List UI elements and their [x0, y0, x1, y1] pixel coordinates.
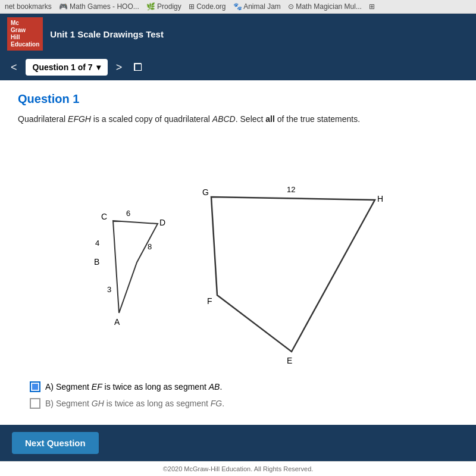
question-selector-label: Question 1 of 7 [33, 62, 93, 72]
top-nav: Mc Graw Hill Education Unit 1 Scale Draw… [0, 14, 476, 54]
label-c: C [101, 212, 107, 221]
label-cd-6: 6 [126, 209, 130, 218]
answer-item-a[interactable]: A) Segment EF is twice as long as segmen… [30, 381, 446, 392]
q-text-efgh: EFGH [68, 114, 91, 124]
q-text-abcd: ABCD [212, 114, 236, 124]
q-text-middle: is a scaled copy of quadrilateral [91, 114, 212, 124]
bookmark-tab-4[interactable]: ⊞ Code.org [189, 2, 226, 11]
q-text-end: . Select [236, 114, 266, 124]
label-e: E [287, 356, 292, 365]
question-nav-bar: < Question 1 of 7 ▾ > ⧠ [0, 54, 476, 80]
geometry-diagram: C D B A 6 4 8 3 G H [65, 137, 411, 364]
svg-rect-0 [32, 384, 38, 390]
checkbox-a-check [32, 383, 39, 390]
label-gh-12: 12 [287, 185, 295, 194]
next-question-button[interactable]: > [112, 60, 126, 75]
bookmark-tab-6[interactable]: ⊙ Math Magician Mul... [288, 2, 362, 11]
bookmark-tab-more[interactable]: ⊞ [369, 2, 375, 11]
bookmark-tab-1[interactable]: net bookmarks [5, 2, 52, 11]
checkbox-b[interactable] [30, 398, 40, 409]
small-quadrilateral [113, 221, 158, 313]
bookmark-tab-5[interactable]: 🐾 Animal Jam [233, 2, 281, 11]
copyright-text: ©2020 McGraw-Hill Education. All Rights … [163, 465, 314, 472]
q-text-final: of the true statements. [275, 114, 360, 124]
question-text: Quadrilateral EFGH is a scaled copy of q… [18, 113, 458, 126]
answer-choices: A) Segment EF is twice as long as segmen… [18, 375, 458, 421]
answer-a-text: A) Segment EF is twice as long as segmen… [45, 382, 222, 392]
prev-question-button[interactable]: < [7, 60, 21, 75]
diagram-area: C D B A 6 4 8 3 G H [18, 137, 458, 364]
large-quadrilateral [211, 197, 375, 352]
answer-item-b[interactable]: B) Segment GH is twice as long as segmen… [30, 398, 446, 409]
content-area: Question 1 Quadrilateral EFGH is a scale… [0, 80, 476, 425]
bookmark-tab-2[interactable]: 🎮 Math Games - HOO... [59, 2, 139, 11]
page-title: Unit 1 Scale Drawings Test [50, 29, 164, 39]
question-selector-dropdown[interactable]: Question 1 of 7 ▾ [26, 59, 108, 76]
main-content: Question 1 Quadrilateral EFGH is a scale… [0, 80, 476, 425]
footer: ©2020 McGraw-Hill Education. All Rights … [0, 461, 476, 476]
page-wrapper: net bookmarks 🎮 Math Games - HOO... 🌿 Pr… [0, 0, 476, 476]
label-f: F [207, 296, 212, 306]
checkbox-a[interactable] [30, 381, 40, 392]
label-a: A [114, 317, 120, 327]
bookmark-icon[interactable]: ⧠ [133, 61, 143, 74]
q-text-bold-all: all [265, 114, 275, 124]
label-h: H [377, 194, 383, 203]
dropdown-chevron-icon: ▾ [96, 62, 101, 72]
answer-b-text: B) Segment GH is twice as long as segmen… [45, 399, 224, 408]
label-bd-8: 8 [148, 242, 152, 251]
label-b: B [94, 257, 99, 267]
q-text-before: Quadrilateral [18, 114, 68, 124]
label-ab-3: 3 [107, 285, 111, 294]
mcgraw-logo: Mc Graw Hill Education [7, 17, 43, 51]
next-question-button[interactable]: Next Question [12, 432, 99, 454]
question-title: Question 1 [18, 92, 458, 106]
label-d: D [159, 218, 165, 227]
bottom-bar: Next Question [0, 425, 476, 461]
bookmark-tab-3[interactable]: 🌿 Prodigy [146, 2, 181, 11]
browser-bar: net bookmarks 🎮 Math Games - HOO... 🌿 Pr… [0, 0, 476, 14]
label-bc-4: 4 [95, 239, 99, 248]
label-g: G [202, 187, 209, 197]
